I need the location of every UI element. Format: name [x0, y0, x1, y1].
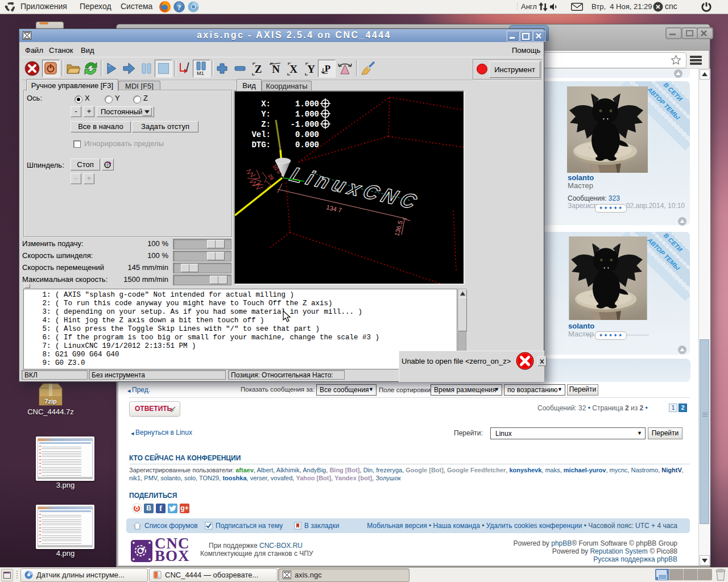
svg-text:?: ?	[177, 3, 181, 11]
svg-text:Z:: Z:	[261, 120, 271, 129]
svg-text:136.5: 136.5	[393, 220, 404, 237]
svg-text:P: P	[325, 63, 330, 74]
svg-text:-1.000: -1.000	[291, 120, 319, 129]
svg-text:1.000: 1.000	[295, 99, 319, 109]
svg-text:0.000: 0.000	[295, 140, 319, 149]
svg-text:LinuxCNC: LinuxCNC	[287, 163, 420, 213]
svg-text:Vel:: Vel:	[251, 130, 271, 139]
svg-text:0.000: 0.000	[295, 130, 319, 139]
svg-text:M1: M1	[197, 70, 204, 76]
svg-text:1.000: 1.000	[295, 110, 319, 119]
svg-text:N: N	[272, 63, 280, 75]
svg-text:X:: X:	[261, 99, 271, 109]
svg-text:134 7: 134 7	[326, 203, 343, 214]
svg-text:X: X	[289, 63, 297, 75]
svg-text:/: /	[186, 61, 189, 73]
svg-text:29: 29	[267, 173, 275, 181]
svg-text:Z: Z	[255, 63, 262, 75]
svg-text:7zip: 7zip	[44, 398, 57, 405]
svg-text:Y:: Y:	[261, 110, 271, 119]
svg-text:DTG:: DTG:	[251, 140, 271, 149]
svg-text:Y: Y	[307, 63, 315, 75]
